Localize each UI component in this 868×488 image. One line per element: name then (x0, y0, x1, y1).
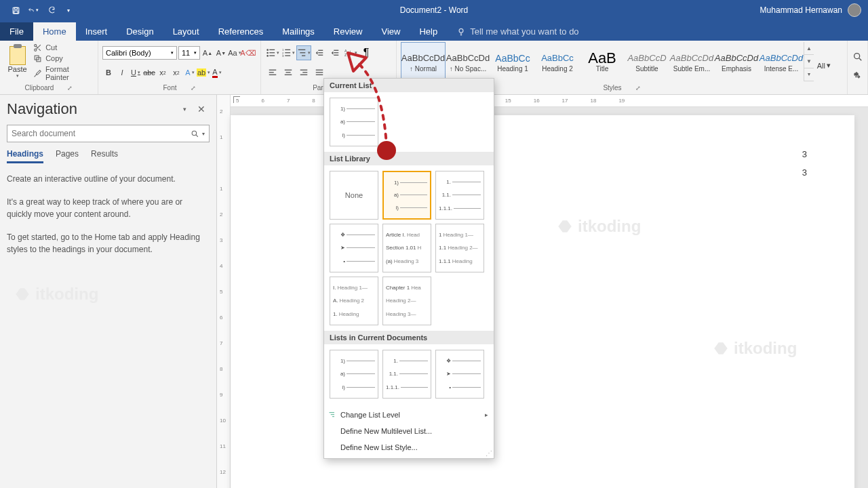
style-title[interactable]: AaBTitle (580, 42, 625, 81)
list-level-icon (328, 411, 336, 419)
styles-filter[interactable]: All ▾ (817, 61, 831, 70)
align-center-button[interactable] (281, 65, 296, 80)
underline-button[interactable]: U (130, 66, 142, 79)
style--normal[interactable]: AaBbCcDd↑ Normal (401, 42, 446, 81)
style-heading-1[interactable]: AaBbCcHeading 1 (490, 42, 535, 81)
shrink-font-button[interactable]: A▼ (215, 46, 227, 60)
style--no-spac-[interactable]: AaBbCcDd↑ No Spac... (446, 42, 490, 81)
increase-indent-button[interactable] (328, 45, 342, 60)
ml-lib-chapter[interactable]: Chapter 1 Hea Heading 2— Heading 3— (382, 277, 431, 325)
sort-button[interactable]: AZ (343, 45, 358, 60)
format-painter-button[interactable]: Format Painter (33, 65, 94, 81)
align-right-button[interactable] (296, 65, 311, 80)
ml-lib-article[interactable]: Article I. Head Section 1.01H (a) Headin… (382, 224, 431, 272)
text-effects-button[interactable]: A (184, 66, 196, 79)
ml-lib-decimal[interactable]: 1. 1.1. 1.1.1. (435, 171, 484, 220)
font-color-button[interactable]: A (211, 66, 223, 79)
ml-lib-none[interactable]: None (330, 171, 378, 220)
grow-font-button[interactable]: A▲ (201, 46, 214, 60)
styles-group-label: Styles (603, 84, 621, 92)
ml-indoc-paren[interactable]: 1) a) i) (330, 350, 378, 399)
font-dialog-launcher[interactable]: ⤢ (191, 85, 196, 92)
ml-lib-paren[interactable]: 1) a) i) (382, 171, 431, 220)
italic-button[interactable]: I (116, 66, 128, 79)
scissors-icon (33, 43, 42, 52)
subscript-button[interactable]: x2 (157, 66, 169, 79)
style-heading-2[interactable]: AaBbCcHeading 2 (535, 42, 580, 81)
styles-gallery[interactable]: AaBbCcDd↑ NormalAaBbCcDd↑ No Spac...AaBb… (401, 42, 843, 81)
style-subtle-em-[interactable]: AaBbCcDdSubtle Em... (669, 42, 714, 81)
style-subtitle[interactable]: AaBbCcDSubtitle (625, 42, 669, 81)
decrease-indent-button[interactable] (312, 45, 327, 60)
navigation-close-button[interactable]: ✕ (193, 102, 210, 116)
resize-grip[interactable]: ⋰ (486, 449, 492, 457)
show-hide-button[interactable]: ¶ (359, 45, 374, 60)
ml-lib-num-heading[interactable]: 1 Heading 1— 1.1 Heading 2— 1.1.1 Headin… (435, 224, 484, 272)
svg-rect-2 (14, 11, 17, 14)
bulb-icon (456, 27, 466, 37)
ml-lib-bullets[interactable]: ❖ ➤ • (330, 224, 378, 272)
qat-customize-button[interactable]: ▾ (63, 5, 74, 16)
tab-file[interactable]: File (0, 22, 33, 41)
navigation-dropdown[interactable]: ▾ (183, 106, 186, 113)
clipboard-dialog-launcher[interactable]: ⤢ (67, 85, 73, 92)
qat-save-button[interactable] (10, 5, 21, 16)
strikethrough-button[interactable]: abc (143, 66, 155, 79)
tab-mailings[interactable]: Mailings (273, 22, 324, 41)
qat-redo-button[interactable] (45, 5, 56, 16)
ml-change-level[interactable]: Change List Level▸ (324, 407, 494, 423)
style-emphasis[interactable]: AaBbCcDdEmphasis (714, 42, 759, 81)
ml-define-new[interactable]: Define New Multilevel List... (324, 423, 494, 439)
tab-help[interactable]: Help (410, 22, 447, 41)
nav-tab-pages[interactable]: Pages (56, 149, 79, 163)
bold-button[interactable]: B (102, 66, 115, 79)
multilevel-list-button[interactable] (296, 45, 311, 60)
tab-home[interactable]: Home (33, 22, 76, 41)
navigation-search-input[interactable] (12, 129, 191, 138)
nav-tab-results[interactable]: Results (91, 149, 118, 163)
styles-scroll-up[interactable]: ▲ (804, 42, 814, 55)
clear-formatting-button[interactable]: A⌫ (242, 46, 254, 60)
styles-dialog-launcher[interactable]: ⤢ (635, 85, 641, 92)
replace-button[interactable]: ab (852, 70, 863, 84)
styles-scroll-down[interactable]: ▼ (804, 55, 814, 68)
highlight-button[interactable]: ab (197, 66, 210, 79)
tab-design[interactable]: Design (117, 22, 163, 41)
svg-rect-46 (330, 412, 335, 413)
style-intense-e-[interactable]: AaBbCcDdIntense E... (759, 42, 804, 81)
ml-define-style[interactable]: Define New List Style... (324, 439, 494, 455)
nav-tab-headings[interactable]: Headings (7, 149, 43, 163)
svg-rect-9 (269, 49, 275, 50)
font-size-select[interactable]: 11▾ (178, 46, 200, 60)
numbering-button[interactable]: 123 (281, 45, 296, 60)
align-left-button[interactable] (265, 65, 280, 80)
change-case-button[interactable]: Aa (229, 46, 241, 60)
svg-rect-27 (334, 52, 338, 53)
svg-rect-32 (269, 72, 274, 73)
paste-button[interactable]: Paste ▾ (4, 42, 31, 83)
user-avatar[interactable] (848, 3, 861, 17)
tab-insert[interactable]: Insert (76, 22, 117, 41)
tab-layout[interactable]: Layout (163, 22, 209, 41)
search-options-dropdown[interactable]: ▾ (202, 131, 205, 137)
tab-references[interactable]: References (209, 22, 273, 41)
qat-undo-button[interactable]: ▾ (28, 5, 39, 16)
tell-me-search[interactable]: Tell me what you want to do (447, 22, 588, 41)
ml-indoc-bullets[interactable]: ❖ ➤ • (435, 350, 484, 399)
svg-rect-11 (269, 52, 275, 53)
font-name-select[interactable]: Calibri (Body)▾ (102, 46, 177, 60)
tab-review[interactable]: Review (324, 22, 372, 41)
ml-indoc-decimal[interactable]: 1. 1.1. 1.1.1. (382, 350, 431, 399)
superscript-button[interactable]: x2 (170, 66, 182, 79)
find-button[interactable] (852, 52, 863, 65)
tab-view[interactable]: View (372, 22, 410, 41)
styles-expand[interactable]: ▾ (804, 68, 814, 81)
copy-button[interactable]: Copy (33, 54, 94, 63)
bullets-button[interactable] (265, 45, 280, 60)
ml-current-item[interactable]: 1) a) i) (330, 98, 378, 146)
navigation-search[interactable]: ▾ (7, 125, 210, 142)
svg-rect-22 (302, 56, 305, 56)
cut-button[interactable]: Cut (33, 43, 94, 52)
ml-lib-roman-heading[interactable]: I. Heading 1— A. Heading 2 1. Heading (330, 277, 378, 325)
svg-text:A: A (344, 49, 347, 53)
